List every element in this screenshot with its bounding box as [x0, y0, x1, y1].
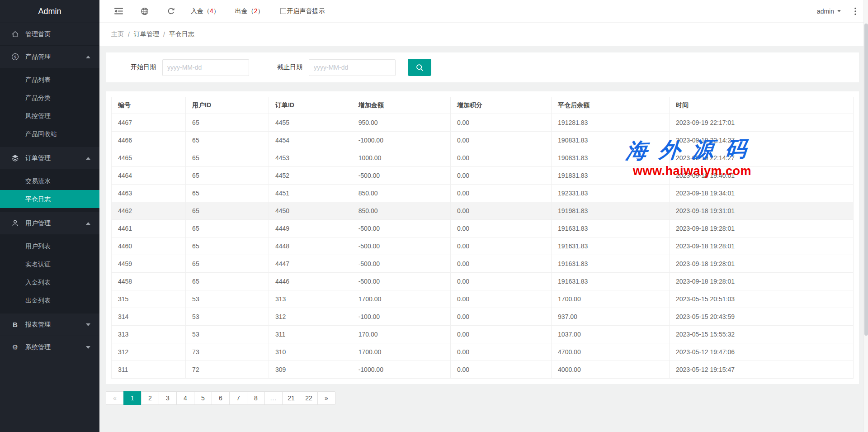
sound-checkbox[interactable]: [280, 8, 286, 14]
table-row[interactable]: 315533131700.000.001700.002023-05-15 20:…: [112, 290, 854, 308]
table-cell: 0.00: [450, 237, 551, 255]
table-cell: -500.00: [352, 255, 450, 273]
table-row[interactable]: 4467654455950.000.00191281.832023-09-19 …: [112, 114, 854, 132]
table-cell: 191831.83: [552, 167, 670, 185]
page-button[interactable]: 2: [141, 391, 159, 405]
table-cell: 0.00: [450, 167, 551, 185]
table-cell: 191631.83: [552, 220, 670, 237]
refresh-icon[interactable]: [166, 7, 175, 15]
sidebar-item-home[interactable]: 管理首页: [0, 23, 99, 45]
page-button[interactable]: 21: [282, 391, 300, 405]
sidebar-item-product-recycle[interactable]: 产品回收站: [0, 125, 99, 143]
sidebar-item-trade-flow[interactable]: 交易流水: [0, 172, 99, 190]
sidebar-item-report-mgmt[interactable]: B报表管理: [0, 313, 99, 336]
report-icon: B: [11, 321, 19, 328]
table-row[interactable]: 4460654448-500.000.00191631.832023-09-18…: [112, 237, 854, 255]
sidebar-item-withdraw-list[interactable]: 出金列表: [0, 291, 99, 309]
withdraw-link[interactable]: 出金（2）: [235, 7, 264, 15]
table-cell: 311: [269, 326, 352, 343]
sidebar-item-order-mgmt[interactable]: 订单管理: [0, 147, 99, 169]
column-header: 编号: [112, 97, 186, 114]
orders-icon: [11, 154, 19, 162]
scrollbar-thumb[interactable]: [864, 24, 868, 336]
table-row[interactable]: 4461654449-500.000.00191631.832023-09-18…: [112, 220, 854, 237]
scrollbar[interactable]: [863, 0, 868, 432]
user-menu[interactable]: admin: [817, 8, 841, 15]
search-button[interactable]: [408, 59, 431, 76]
table-cell: 0.00: [450, 343, 551, 361]
breadcrumb-home[interactable]: 主页: [111, 30, 124, 38]
table-row[interactable]: 312733101700.000.004700.002023-05-12 19:…: [112, 343, 854, 361]
page-button[interactable]: 22: [300, 391, 318, 405]
collapse-menu-icon[interactable]: [114, 8, 123, 14]
table-cell: 65: [186, 255, 269, 273]
sidebar-item-real-name-auth[interactable]: 实名认证: [0, 255, 99, 273]
sidebar-item-label: 管理首页: [25, 30, 90, 38]
table-cell: 65: [186, 132, 269, 149]
table-cell: 65: [186, 273, 269, 290]
chevron-down-icon: [86, 346, 90, 349]
table-row[interactable]: 4463654451850.000.00192331.832023-09-18 …: [112, 185, 854, 202]
sidebar-item-user-mgmt[interactable]: 用户管理: [0, 212, 99, 234]
table-cell: 4461: [112, 220, 186, 237]
table-cell: 4450: [269, 202, 352, 220]
sidebar-item-product-category[interactable]: 产品分类: [0, 89, 99, 107]
breadcrumb-separator: /: [163, 31, 165, 38]
page-button[interactable]: 3: [159, 391, 177, 405]
end-date-input[interactable]: [309, 59, 396, 76]
page-button[interactable]: »: [317, 391, 335, 405]
table-row[interactable]: 31453312-100.000.00937.002023-05-15 20:4…: [112, 308, 854, 326]
sidebar-item-system-mgmt[interactable]: ⚙系统管理: [0, 336, 99, 358]
start-date-input[interactable]: [162, 59, 249, 76]
table-cell: 4462: [112, 202, 186, 220]
sidebar-item-close-position-log[interactable]: 平仓日志: [0, 190, 99, 208]
kebab-menu-icon[interactable]: [854, 7, 856, 15]
table-cell: 0.00: [450, 114, 551, 132]
globe-icon[interactable]: [140, 7, 149, 15]
table-row[interactable]: 4458654446-500.000.00191631.832023-09-18…: [112, 273, 854, 290]
table-row[interactable]: 4462654450850.000.00191981.832023-09-18 …: [112, 202, 854, 220]
sidebar-item-deposit-list[interactable]: 入金列表: [0, 273, 99, 291]
table-cell: 2023-09-18 19:28:01: [669, 255, 853, 273]
sidebar-item-label: 订单管理: [25, 154, 86, 162]
table-cell: 191631.83: [552, 273, 670, 290]
deposit-link[interactable]: 入金（4）: [191, 7, 220, 15]
table-cell: 4451: [269, 185, 352, 202]
table-cell: 191631.83: [552, 237, 670, 255]
topbar-right: admin: [817, 7, 856, 15]
page-button[interactable]: 5: [194, 391, 212, 405]
table-cell: 4464: [112, 167, 186, 185]
table-row[interactable]: 31172309-1000.000.004000.002023-05-12 19…: [112, 361, 854, 379]
product-icon: $: [11, 53, 19, 61]
username: admin: [817, 8, 834, 15]
page-button-current[interactable]: 1: [123, 391, 142, 405]
table-row[interactable]: 4466654454-1000.000.00190831.832023-09-1…: [112, 132, 854, 149]
table-cell: 4446: [269, 273, 352, 290]
table-row[interactable]: 31353311170.000.001037.002023-05-15 15:5…: [112, 326, 854, 343]
chevron-down-icon: [86, 323, 90, 326]
sidebar-item-label: 报表管理: [25, 321, 86, 329]
table-row[interactable]: 44656544531000.000.00190831.832023-09-19…: [112, 149, 854, 167]
sidebar-item-product-list[interactable]: 产品列表: [0, 71, 99, 89]
table-row[interactable]: 4464654452-500.000.00191831.832023-09-18…: [112, 167, 854, 185]
page-button[interactable]: 7: [229, 391, 247, 405]
page-button[interactable]: 8: [247, 391, 265, 405]
sound-alert-toggle[interactable]: 开启声音提示: [280, 7, 325, 15]
table-cell: 73: [186, 343, 269, 361]
table-cell: 0.00: [450, 255, 551, 273]
submenu-product-mgmt: 产品列表产品分类风控管理产品回收站: [0, 68, 99, 147]
sidebar-item-user-list[interactable]: 用户列表: [0, 237, 99, 255]
home-icon: [11, 30, 19, 38]
sidebar-item-risk-mgmt[interactable]: 风控管理: [0, 107, 99, 125]
start-date-label: 开始日期: [131, 63, 156, 71]
page-button[interactable]: 4: [176, 391, 194, 405]
table-cell: 950.00: [352, 114, 450, 132]
settings-icon: ⚙: [11, 344, 19, 351]
table-cell: -500.00: [352, 273, 450, 290]
page-button[interactable]: 6: [212, 391, 230, 405]
table-row[interactable]: 4459654447-500.000.00191631.832023-09-18…: [112, 255, 854, 273]
column-header: 增加积分: [450, 97, 551, 114]
sidebar: Admin 管理首页$产品管理产品列表产品分类风控管理产品回收站订单管理交易流水…: [0, 0, 99, 432]
deposit-count: 4: [210, 7, 213, 14]
sidebar-item-product-mgmt[interactable]: $产品管理: [0, 45, 99, 68]
